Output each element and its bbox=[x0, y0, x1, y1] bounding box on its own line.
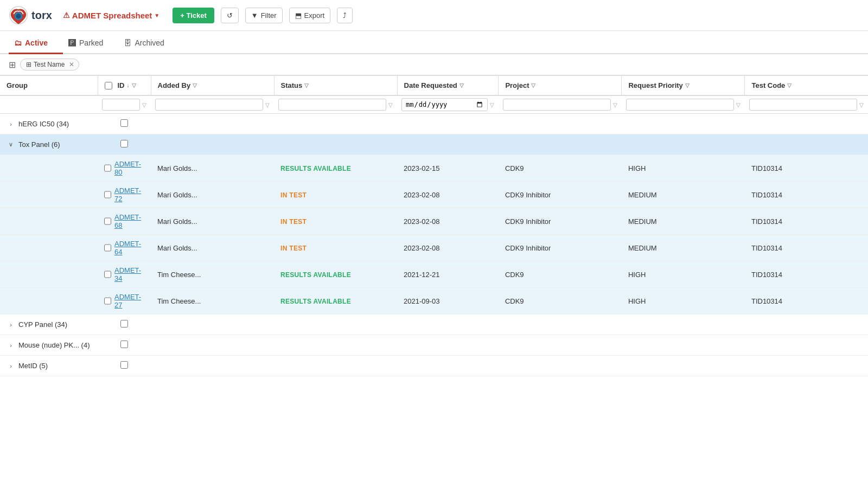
table-row: ADMET-27 Tim Cheese... RESULTS AVAILABLE… bbox=[0, 288, 868, 314]
filter-project-icon[interactable]: ▽ bbox=[613, 102, 617, 108]
expand-icon[interactable]: › bbox=[7, 322, 15, 328]
row-date-requested: 2023-02-15 bbox=[397, 155, 499, 182]
col-priority-filter-icon[interactable]: ▽ bbox=[685, 82, 690, 88]
table-row: ADMET-80 Mari Golds... RESULTS AVAILABLE… bbox=[0, 155, 868, 182]
refresh-button[interactable]: ↺ bbox=[221, 8, 239, 23]
row-id-link[interactable]: ADMET-64 bbox=[114, 240, 144, 256]
filter-button[interactable]: ▼ Filter bbox=[245, 8, 283, 23]
archived-tab-icon: 🗄 bbox=[124, 38, 131, 47]
row-checkbox[interactable] bbox=[104, 297, 111, 305]
col-date-filter-icon[interactable]: ▽ bbox=[459, 82, 464, 88]
close-filter-icon[interactable]: ✕ bbox=[69, 61, 74, 68]
row-request-priority: HIGH bbox=[622, 155, 745, 182]
col-id-sort-icon[interactable]: ↓ bbox=[127, 82, 130, 88]
col-request-priority: Request Priority ▽ bbox=[622, 76, 745, 96]
app-title[interactable]: ⚠ ADMET Spreadsheet ▼ bbox=[63, 11, 159, 20]
group-checkbox[interactable] bbox=[120, 320, 128, 328]
col-test-code-filter-icon[interactable]: ▽ bbox=[787, 82, 792, 88]
filter-test-code-icon[interactable]: ▽ bbox=[859, 102, 864, 108]
row-checkbox[interactable] bbox=[104, 244, 111, 252]
row-added-by: Tim Cheese... bbox=[151, 288, 274, 314]
row-id-link[interactable]: ADMET-27 bbox=[114, 293, 144, 309]
row-group-cell bbox=[0, 155, 98, 182]
export-label: Export bbox=[304, 11, 325, 20]
grid-icon[interactable]: ⊞ bbox=[9, 60, 16, 70]
col-added-by: Added By ▽ bbox=[151, 76, 274, 96]
row-checkbox[interactable] bbox=[104, 271, 111, 278]
expand-icon[interactable]: › bbox=[7, 363, 15, 369]
test-name-filter-tag[interactable]: ⊞ Test Name ✕ bbox=[20, 59, 79, 70]
row-project: CDK9 Inhibitor bbox=[499, 182, 622, 208]
share-button[interactable]: ⤴ bbox=[337, 8, 353, 23]
filter-test-code-input[interactable] bbox=[749, 99, 857, 111]
row-id-link[interactable]: ADMET-80 bbox=[114, 160, 144, 176]
col-added-by-filter-icon[interactable]: ▽ bbox=[193, 82, 197, 88]
group-checkbox[interactable] bbox=[120, 140, 128, 147]
filter-added-by-icon[interactable]: ▽ bbox=[265, 102, 270, 108]
table-body: › hERG IC50 (34) ∨ Tox Panel (6) bbox=[0, 114, 868, 376]
row-test-code: TID10314 bbox=[745, 155, 868, 182]
filter-status-input[interactable] bbox=[278, 99, 386, 111]
group-name: MetID (5) bbox=[18, 362, 48, 370]
row-added-by: Mari Golds... bbox=[151, 155, 274, 182]
row-added-by: Mari Golds... bbox=[151, 182, 274, 208]
col-id-filter-icon[interactable]: ▽ bbox=[132, 82, 136, 88]
parked-tab-icon: 🅿 bbox=[68, 38, 76, 47]
row-id-link[interactable]: ADMET-72 bbox=[114, 187, 144, 203]
expand-icon[interactable]: › bbox=[7, 342, 15, 349]
filter-date-icon[interactable]: ▽ bbox=[490, 102, 494, 108]
expand-icon[interactable]: › bbox=[7, 121, 15, 127]
group-checkbox[interactable] bbox=[120, 119, 128, 127]
col-id-label: ID bbox=[118, 81, 125, 89]
row-group-cell bbox=[0, 288, 98, 314]
filter-id-icon[interactable]: ▽ bbox=[142, 102, 146, 108]
filter-project-input[interactable] bbox=[503, 99, 611, 111]
ticket-button[interactable]: + Ticket bbox=[173, 8, 214, 23]
col-id[interactable]: ID ↓ ▽ bbox=[98, 76, 151, 96]
row-id-cell: ADMET-64 bbox=[98, 235, 151, 261]
col-project-label: Project bbox=[505, 81, 529, 89]
filter-priority-icon[interactable]: ▽ bbox=[736, 102, 741, 108]
filter-priority-input[interactable] bbox=[626, 99, 734, 111]
col-request-priority-label: Request Priority bbox=[628, 81, 682, 89]
row-test-code: TID10314 bbox=[745, 235, 868, 261]
row-checkbox[interactable] bbox=[104, 164, 111, 172]
filter-tag-label: Test Name bbox=[34, 61, 65, 68]
col-test-code: Test Code ▽ bbox=[745, 76, 868, 96]
row-id-link[interactable]: ADMET-68 bbox=[114, 213, 144, 229]
filter-date-input[interactable] bbox=[401, 98, 488, 111]
tab-parked[interactable]: 🅿 Parked bbox=[63, 33, 118, 54]
tab-active[interactable]: 🗂 Active bbox=[9, 33, 63, 54]
filter-added-by-cell: ▽ bbox=[151, 95, 274, 114]
filter-added-by-input[interactable] bbox=[155, 99, 263, 111]
filter-id-input[interactable] bbox=[102, 99, 140, 111]
row-project: CDK9 Inhibitor bbox=[499, 208, 622, 235]
row-date-requested: 2023-02-08 bbox=[397, 182, 499, 208]
row-checkbox[interactable] bbox=[104, 217, 111, 225]
row-date-requested: 2021-12-21 bbox=[397, 261, 499, 288]
group-row-cyp: › CYP Panel (34) bbox=[0, 314, 868, 335]
group-row-tox: ∨ Tox Panel (6) bbox=[0, 134, 868, 155]
row-date-requested: 2021-09-03 bbox=[397, 288, 499, 314]
row-status: RESULTS AVAILABLE bbox=[274, 261, 397, 288]
filter-status-icon[interactable]: ▽ bbox=[388, 102, 393, 108]
group-name: CYP Panel (34) bbox=[18, 320, 67, 329]
row-id-cell: ADMET-34 bbox=[98, 261, 151, 288]
col-status-filter-icon[interactable]: ▽ bbox=[304, 82, 309, 88]
col-status-label: Status bbox=[281, 81, 303, 89]
filter-group-cell bbox=[0, 95, 98, 114]
row-id-cell: ADMET-27 bbox=[98, 288, 151, 314]
group-checkbox[interactable] bbox=[120, 361, 128, 369]
row-date-requested: 2023-02-08 bbox=[397, 208, 499, 235]
select-all-checkbox[interactable] bbox=[105, 82, 112, 89]
row-id-link[interactable]: ADMET-34 bbox=[114, 266, 144, 282]
row-checkbox[interactable] bbox=[104, 191, 111, 198]
expand-icon[interactable]: ∨ bbox=[7, 141, 15, 148]
group-checkbox[interactable] bbox=[120, 341, 128, 348]
col-project-filter-icon[interactable]: ▽ bbox=[531, 82, 535, 88]
group-row-herg: › hERG IC50 (34) bbox=[0, 114, 868, 134]
export-button[interactable]: ⬒ Export bbox=[289, 8, 331, 23]
row-request-priority: MEDIUM bbox=[622, 235, 745, 261]
tab-archived[interactable]: 🗄 Archived bbox=[118, 33, 179, 54]
col-date-requested: Date Requested ▽ bbox=[397, 76, 499, 96]
